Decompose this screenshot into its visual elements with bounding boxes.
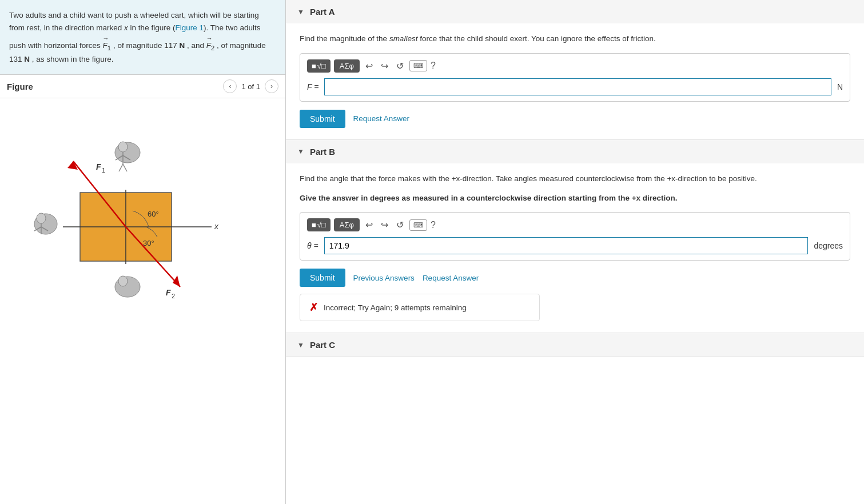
- svg-text:30°: 30°: [143, 239, 154, 247]
- svg-text:1: 1: [102, 167, 105, 174]
- part-a-input-field[interactable]: [324, 78, 831, 95]
- svg-point-16: [118, 142, 128, 152]
- svg-text:60°: 60°: [148, 210, 159, 218]
- part-a-label: Part A: [310, 7, 335, 17]
- part-a-sqrt-label: √□: [317, 62, 326, 70]
- part-b-body: Find the angle that the force makes with…: [286, 163, 864, 333]
- error-icon: ✗: [309, 301, 318, 314]
- figure-image: x F 1 F 2 60°: [6, 104, 269, 304]
- part-c-section: ▼ Part C: [286, 333, 864, 357]
- part-a-fraction-sqrt-btn[interactable]: ■ √□: [307, 59, 331, 73]
- part-a-refresh-btn[interactable]: ↺: [394, 59, 406, 73]
- part-b-header[interactable]: ▼ Part B: [286, 140, 864, 163]
- left-panel: Two adults and a child want to push a wh…: [0, 0, 286, 504]
- part-b-refresh-btn[interactable]: ↺: [394, 218, 406, 231]
- svg-text:F: F: [96, 162, 101, 171]
- svg-text:x: x: [214, 222, 219, 231]
- part-a-undo-btn[interactable]: ↩: [363, 59, 375, 73]
- figure-header: Figure ‹ 1 of 1 ›: [0, 75, 285, 98]
- problem-text-7: , as shown in the figure.: [32, 55, 114, 63]
- part-a-request-answer-link[interactable]: Request Answer: [353, 114, 409, 123]
- part-a-action-row: Submit Request Answer: [300, 110, 850, 128]
- f2-vector: F2: [206, 34, 215, 53]
- figure-link[interactable]: Figure 1: [175, 23, 204, 32]
- part-a-keyboard-btn[interactable]: ⌨: [409, 60, 427, 71]
- part-b-keyboard-btn[interactable]: ⌨: [409, 219, 427, 231]
- n1: N: [180, 41, 185, 50]
- part-b-unit: degrees: [814, 241, 843, 250]
- page-indicator: 1 of 1: [241, 82, 260, 91]
- part-b-error-box: ✗ Incorrect; Try Again; 9 attempts remai…: [300, 294, 540, 321]
- n2: N: [24, 55, 30, 63]
- part-a-redo-btn[interactable]: ↪: [379, 59, 391, 73]
- part-b-section: ▼ Part B Find the angle that the force m…: [286, 140, 864, 334]
- part-b-give-answer-text: Give the answer in degrees as measured i…: [300, 194, 678, 202]
- problem-text-2: in the figure (: [130, 23, 176, 32]
- part-c-label: Part C: [310, 340, 335, 350]
- part-a-alpha-sigma-btn[interactable]: ΑΣφ: [334, 59, 360, 73]
- part-a-desc-1: Find the magnitude of the: [300, 34, 387, 43]
- part-a-desc-rest: force that the child should exert. You c…: [420, 34, 656, 43]
- problem-text-4: , of magnitude 117: [113, 41, 177, 50]
- part-b-label: Part B: [310, 147, 335, 157]
- figure-nav: ‹ 1 of 1 ›: [223, 79, 278, 93]
- part-a-section: ▼ Part A Find the magnitude of the small…: [286, 0, 864, 140]
- part-a-input-row: F = N: [307, 78, 843, 95]
- right-panel: ▼ Part A Find the magnitude of the small…: [286, 0, 864, 504]
- figure-title: Figure: [7, 82, 223, 91]
- part-a-collapse-icon: ▼: [297, 8, 304, 16]
- part-b-sqrt-label2: √□: [317, 221, 326, 229]
- part-a-input-container: ■ √□ ΑΣφ ↩ ↪ ↺ ⌨ ? F = N: [300, 53, 850, 102]
- part-c-header[interactable]: ▼ Part C: [286, 333, 864, 357]
- part-a-header[interactable]: ▼ Part A: [286, 0, 864, 23]
- part-a-unit: N: [837, 82, 843, 91]
- part-a-body: Find the magnitude of the smallest force…: [286, 23, 864, 139]
- part-b-description: Find the angle that the force makes with…: [300, 173, 850, 185]
- figure-svg: x F 1 F 2 60°: [0, 98, 285, 311]
- problem-text-5: , and: [187, 41, 204, 50]
- part-a-submit-button[interactable]: Submit: [300, 110, 345, 128]
- svg-text:F: F: [166, 288, 171, 297]
- figure-prev-button[interactable]: ‹: [223, 79, 237, 93]
- svg-text:2: 2: [172, 293, 175, 299]
- part-a-input-label: F =: [307, 82, 318, 91]
- figure-content: x F 1 F 2 60°: [0, 98, 285, 504]
- part-a-description: Find the magnitude of the smallest force…: [300, 33, 850, 45]
- part-b-request-answer-link[interactable]: Request Answer: [423, 274, 479, 282]
- f1-sub: 1: [107, 45, 111, 51]
- part-a-help-btn[interactable]: ?: [431, 61, 436, 71]
- part-b-input-field[interactable]: [324, 237, 809, 254]
- part-b-action-row: Submit Previous Answers Request Answer: [300, 269, 850, 287]
- problem-text-box: Two adults and a child want to push a wh…: [0, 0, 285, 75]
- part-b-help-btn[interactable]: ?: [431, 220, 436, 230]
- part-b-fraction-label: ■: [312, 221, 316, 229]
- part-b-redo-btn[interactable]: ↪: [379, 218, 391, 231]
- f1-vector: F1: [103, 34, 112, 53]
- part-b-input-row: θ = degrees: [307, 237, 843, 254]
- f1-label: F: [103, 41, 107, 50]
- part-a-desc-italic: smallest: [389, 34, 418, 43]
- f2-label: F: [206, 41, 211, 50]
- part-b-give-answer: Give the answer in degrees as measured i…: [300, 193, 850, 204]
- part-b-collapse-icon: ▼: [297, 147, 304, 155]
- f2-sub: 2: [211, 45, 214, 51]
- part-a-toolbar: ■ √□ ΑΣφ ↩ ↪ ↺ ⌨ ?: [307, 59, 843, 73]
- part-b-input-container: ■ √□ ΑΣφ ↩ ↪ ↺ ⌨ ? θ = degrees: [300, 212, 850, 261]
- problem-x: x: [124, 23, 128, 32]
- part-b-submit-button[interactable]: Submit: [300, 269, 345, 287]
- figure-next-button[interactable]: ›: [265, 79, 278, 93]
- part-b-input-label: θ =: [307, 241, 318, 250]
- part-c-collapse-icon: ▼: [297, 341, 304, 349]
- svg-point-25: [37, 213, 46, 223]
- part-b-error-text: Incorrect; Try Again; 9 attempts remaini…: [324, 303, 467, 312]
- svg-point-23: [118, 276, 128, 286]
- part-b-undo-btn[interactable]: ↩: [363, 218, 375, 231]
- part-b-previous-answers-link[interactable]: Previous Answers: [353, 274, 415, 282]
- part-b-fraction-sqrt-btn[interactable]: ■ √□: [307, 218, 331, 231]
- part-b-alpha-sigma-btn[interactable]: ΑΣφ: [334, 218, 360, 231]
- part-a-fraction-sqrt-label: ■: [312, 62, 316, 70]
- part-b-toolbar: ■ √□ ΑΣφ ↩ ↪ ↺ ⌨ ?: [307, 218, 843, 231]
